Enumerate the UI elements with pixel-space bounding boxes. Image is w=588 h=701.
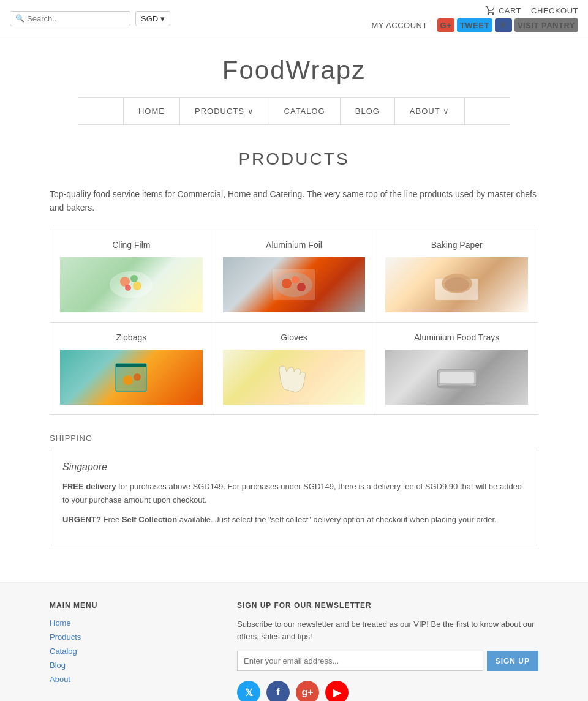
youtube-footer-button[interactable]: ▶ <box>325 681 349 701</box>
product-image-aluminium-foil <box>223 257 366 312</box>
chevron-down-icon: ▾ <box>160 14 165 23</box>
site-logo[interactable]: FoodWrapz <box>0 56 588 85</box>
tweet-top-button[interactable]: Tweet <box>457 18 492 32</box>
svg-rect-14 <box>116 364 146 367</box>
currency-selector[interactable]: SGD ▾ <box>135 11 170 26</box>
nav-about[interactable]: ABOUT ∨ <box>395 98 465 124</box>
footer-newsletter: SIGN UP FOR OUR NEWSLETTER Subscribe to … <box>237 601 538 701</box>
product-name-cling-film: Cling Film <box>60 240 203 250</box>
footer-newsletter-text: Subscribe to our newsletter and be treat… <box>237 618 538 642</box>
urgent-bold: URGENT? <box>62 515 101 524</box>
self-collection-bold: Self Collection <box>122 515 177 524</box>
product-image-cling-film <box>60 257 203 312</box>
shipping-line1-rest: for purchases above SGD149. For purchase… <box>62 482 522 504</box>
footer-nav-home[interactable]: Home <box>50 618 200 628</box>
svg-point-6 <box>276 272 312 297</box>
top-bar-right: CART CHECKOUT MY ACCOUNT g+ Tweet f VISI… <box>371 5 578 32</box>
search-input[interactable] <box>27 14 125 23</box>
shipping-box: Singapore FREE delivery for purchases ab… <box>50 449 538 545</box>
svg-point-9 <box>297 283 306 291</box>
product-name-baking-paper: Baking Paper <box>385 240 528 250</box>
footer-menu-title: MAIN MENU <box>50 601 200 610</box>
cart-label: CART <box>499 6 521 15</box>
shipping-section: SHIPPING Singapore FREE delivery for pur… <box>50 433 538 545</box>
product-cell-aluminium-trays[interactable]: Aluminium Food Trays <box>375 323 538 414</box>
product-cell-baking-paper[interactable]: Baking Paper <box>375 230 538 322</box>
currency-value: SGD <box>141 14 158 23</box>
shipping-line2: URGENT? Free Self Collection available. … <box>62 513 526 527</box>
svg-point-8 <box>292 276 299 283</box>
product-cell-zipbags[interactable]: Zipbags <box>50 323 213 414</box>
gplus-top-button[interactable]: g+ <box>437 18 454 32</box>
gplus-icon: g+ <box>301 687 313 698</box>
newsletter-email-input[interactable] <box>237 651 483 671</box>
product-row-2: Zipbags Gloves <box>50 323 538 414</box>
shipping-region: Singapore <box>62 462 526 473</box>
shipping-line1: FREE delivery for purchases above SGD149… <box>62 480 526 507</box>
footer-social-icons: 𝕏 f g+ ▶ <box>237 681 538 701</box>
product-name-aluminium-foil: Aluminium Foil <box>223 240 366 250</box>
main-nav: HOME PRODUCTS ∨ CATALOG BLOG ABOUT ∨ <box>78 97 510 125</box>
product-row-1: Cling Film Aluminium Foil <box>50 230 538 323</box>
facebook-icon: f <box>276 687 279 698</box>
svg-point-12 <box>445 277 469 292</box>
footer-nav-about[interactable]: About <box>50 675 200 684</box>
checkout-link[interactable]: CHECKOUT <box>531 6 578 15</box>
product-name-zipbags: Zipbags <box>60 332 203 342</box>
free-delivery-bold: FREE delivery <box>62 482 116 491</box>
footer-nav-blog[interactable]: Blog <box>50 661 200 670</box>
svg-point-20 <box>437 384 477 389</box>
nav-blog[interactable]: BLOG <box>341 98 395 124</box>
aluminium-trays-icon <box>432 359 481 395</box>
product-name-gloves: Gloves <box>223 332 366 342</box>
footer-nav-products[interactable]: Products <box>50 632 200 642</box>
nav-products[interactable]: PRODUCTS ∨ <box>180 98 270 124</box>
product-cell-aluminium-foil[interactable]: Aluminium Foil <box>213 230 376 322</box>
svg-point-16 <box>134 373 141 381</box>
search-wrapper: 🔍 <box>10 11 130 26</box>
gloves-icon <box>270 359 318 395</box>
shipping-free-text: Free <box>103 515 121 524</box>
svg-rect-18 <box>440 372 474 384</box>
facebook-top-button[interactable]: f <box>495 18 512 32</box>
nav-home[interactable]: HOME <box>123 98 180 124</box>
svg-point-3 <box>133 282 141 290</box>
product-name-aluminium-trays: Aluminium Food Trays <box>385 332 528 342</box>
shipping-line2-rest: available. Just select the "self collect… <box>179 515 497 524</box>
svg-point-0 <box>110 271 153 298</box>
twitter-icon: 𝕏 <box>245 687 253 699</box>
top-bar: 🔍 SGD ▾ CART CHECKOUT MY ACCOUNT g+ <box>0 0 588 37</box>
svg-point-7 <box>282 279 292 288</box>
twitter-footer-button[interactable]: 𝕏 <box>237 681 260 701</box>
signup-button[interactable]: SIGN UP <box>487 651 538 671</box>
youtube-icon: ▶ <box>333 687 341 699</box>
svg-point-4 <box>125 285 131 291</box>
product-image-baking-paper <box>385 257 528 312</box>
page-title: PRODUCTS <box>50 149 538 169</box>
gplus-footer-button[interactable]: g+ <box>296 681 319 701</box>
footer: MAIN MENU Home Products Catalog Blog Abo… <box>0 582 588 701</box>
footer-nav-catalog[interactable]: Catalog <box>50 647 200 656</box>
footer-newsletter-title: SIGN UP FOR OUR NEWSLETTER <box>237 601 538 610</box>
top-bar-left: 🔍 SGD ▾ <box>10 11 170 26</box>
visit-pantry-top-button[interactable]: VISIT PANTRY <box>514 18 578 32</box>
social-icons-top: g+ Tweet f VISIT PANTRY <box>437 18 578 32</box>
nav-catalog[interactable]: CATALOG <box>270 98 341 124</box>
facebook-footer-button[interactable]: f <box>266 681 290 701</box>
page-content: PRODUCTS Top-quality food service items … <box>40 125 548 582</box>
product-image-zipbags <box>60 350 203 405</box>
svg-point-15 <box>123 375 133 385</box>
account-link[interactable]: MY ACCOUNT <box>371 21 427 30</box>
product-image-gloves <box>223 350 366 405</box>
shipping-label: SHIPPING <box>50 433 538 443</box>
cart-link[interactable]: CART <box>485 5 521 16</box>
product-cell-gloves[interactable]: Gloves <box>213 323 376 414</box>
intro-text: Top-quality food service items for Comme… <box>50 187 538 215</box>
cart-icon <box>485 5 496 16</box>
logo-section: FoodWrapz <box>0 37 588 97</box>
footer-inner: MAIN MENU Home Products Catalog Blog Abo… <box>40 601 548 701</box>
product-grid: Cling Film Aluminium Foil <box>50 230 538 415</box>
footer-main-menu: MAIN MENU Home Products Catalog Blog Abo… <box>50 601 200 689</box>
product-cell-cling-film[interactable]: Cling Film <box>50 230 213 322</box>
search-icon: 🔍 <box>15 14 24 23</box>
